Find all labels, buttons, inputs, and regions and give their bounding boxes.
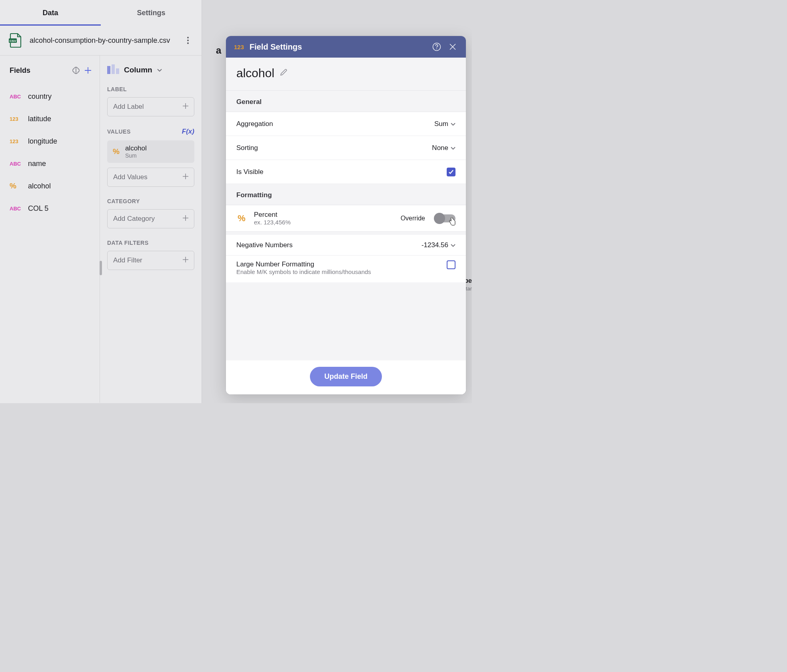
sorting-row[interactable]: Sorting None bbox=[226, 136, 466, 160]
svg-point-2 bbox=[187, 37, 189, 38]
override-toggle[interactable] bbox=[435, 214, 455, 222]
tab-data-label: Data bbox=[42, 9, 58, 17]
close-icon[interactable] bbox=[447, 42, 458, 52]
format-name: Percent bbox=[254, 211, 394, 219]
datasource-row: CSV alcohol-consumption-by-country-sampl… bbox=[0, 26, 202, 56]
value-chip-agg: Sum bbox=[125, 152, 147, 159]
datasource-name: alcohol-consumption-by-country-sample.cs… bbox=[30, 36, 176, 45]
format-example: ex. 123,456% bbox=[254, 219, 394, 226]
plus-icon bbox=[182, 173, 189, 182]
sorting-label: Sorting bbox=[236, 144, 432, 152]
negative-value-text: -1234.56 bbox=[421, 241, 448, 249]
field-item-longitude[interactable]: 123 longitude bbox=[10, 130, 100, 152]
csv-file-icon: CSV bbox=[9, 33, 22, 48]
formatting-group-title: Formatting bbox=[226, 184, 466, 205]
values-section-title: VALUES bbox=[107, 128, 131, 135]
negative-label: Negative Numbers bbox=[236, 241, 421, 249]
modal-spacer bbox=[226, 282, 466, 360]
negative-value[interactable]: -1234.56 bbox=[421, 241, 455, 249]
edit-name-button[interactable] bbox=[279, 68, 290, 78]
plus-icon bbox=[182, 102, 189, 112]
svg-rect-7 bbox=[116, 68, 119, 74]
field-name: country bbox=[28, 92, 52, 101]
obscured-title: a bbox=[216, 45, 221, 56]
large-number-sub: Enable M/K symbols to indicate millions/… bbox=[236, 268, 439, 275]
field-settings-modal: 123 Field Settings alcohol General Aggre… bbox=[226, 36, 466, 394]
sorting-value-text: None bbox=[432, 144, 448, 152]
category-section-title: CATEGORY bbox=[107, 198, 194, 204]
svg-point-9 bbox=[436, 48, 437, 49]
field-name-row: alcohol bbox=[226, 58, 466, 91]
values-drop-slot[interactable]: Add Values bbox=[107, 168, 194, 187]
help-icon[interactable] bbox=[431, 42, 442, 52]
fields-title: Fields bbox=[10, 66, 70, 75]
tab-data[interactable]: Data bbox=[0, 0, 101, 26]
add-field-button[interactable] bbox=[82, 64, 94, 76]
fx-button[interactable]: F(x) bbox=[182, 128, 194, 136]
modal-footer: Update Field bbox=[226, 360, 466, 394]
large-number-checkbox[interactable] bbox=[447, 260, 455, 269]
text-type-icon: ABC bbox=[10, 161, 22, 167]
number-type-icon: 123 bbox=[10, 138, 22, 144]
chart-type-label: Column bbox=[124, 66, 152, 74]
field-name: latitude bbox=[28, 115, 51, 123]
chevron-down-icon bbox=[451, 144, 455, 152]
field-type-tag: 123 bbox=[234, 44, 244, 50]
brain-icon[interactable] bbox=[70, 64, 82, 76]
label-drop-slot[interactable]: Add Label bbox=[107, 97, 194, 116]
aggregation-value[interactable]: Sum bbox=[434, 120, 455, 128]
obscured-text: tar bbox=[466, 286, 472, 292]
sorting-value[interactable]: None bbox=[432, 144, 455, 152]
category-placeholder: Add Category bbox=[113, 215, 155, 223]
fields-column: Fields ABC country 123 latitude 123 bbox=[0, 56, 100, 403]
update-button-label: Update Field bbox=[324, 372, 368, 380]
field-item-latitude[interactable]: 123 latitude bbox=[10, 108, 100, 130]
override-label: Override bbox=[401, 215, 425, 222]
value-chip-alcohol[interactable]: % alcohol Sum bbox=[107, 140, 194, 163]
large-number-title: Large Number Formatting bbox=[236, 260, 439, 268]
category-drop-slot[interactable]: Add Category bbox=[107, 209, 194, 228]
text-type-icon: ABC bbox=[10, 94, 22, 100]
tab-settings-label: Settings bbox=[137, 9, 165, 17]
field-item-col5[interactable]: ABC COL 5 bbox=[10, 197, 100, 220]
filters-placeholder: Add Filter bbox=[113, 256, 142, 264]
field-item-name[interactable]: ABC name bbox=[10, 152, 100, 175]
update-field-button[interactable]: Update Field bbox=[310, 367, 382, 386]
percent-type-icon: % bbox=[10, 182, 22, 190]
field-item-alcohol[interactable]: % alcohol bbox=[10, 175, 100, 197]
chevron-down-icon bbox=[451, 120, 455, 128]
filters-section-title: DATA FILTERS bbox=[107, 240, 194, 246]
column-chart-icon bbox=[107, 64, 119, 76]
chart-type-selector[interactable]: Column bbox=[107, 64, 194, 76]
text-type-icon: ABC bbox=[10, 206, 22, 212]
aggregation-value-text: Sum bbox=[434, 120, 448, 128]
left-panel: Data Settings CSV alcohol-consumption-by… bbox=[0, 0, 202, 403]
chevron-down-icon bbox=[451, 241, 455, 249]
large-number-row: Large Number Formatting Enable M/K symbo… bbox=[226, 256, 466, 282]
svg-point-3 bbox=[187, 40, 189, 41]
modal-title: Field Settings bbox=[250, 42, 426, 52]
scrollbar-thumb[interactable] bbox=[100, 261, 102, 275]
field-item-country[interactable]: ABC country bbox=[10, 85, 100, 108]
modal-header: 123 Field Settings bbox=[226, 36, 466, 58]
svg-rect-6 bbox=[112, 64, 115, 74]
format-type-row: % Percent ex. 123,456% Override bbox=[226, 205, 466, 232]
number-type-icon: 123 bbox=[10, 116, 22, 122]
percent-type-icon: % bbox=[113, 147, 120, 156]
visible-checkbox[interactable] bbox=[447, 168, 455, 176]
plus-icon bbox=[182, 214, 189, 224]
tab-settings[interactable]: Settings bbox=[101, 0, 202, 26]
label-placeholder: Add Label bbox=[113, 103, 144, 111]
config-column: Column LABEL Add Label VALUES F(x) % alc… bbox=[100, 56, 202, 403]
svg-text:CSV: CSV bbox=[10, 39, 16, 43]
negative-numbers-row[interactable]: Negative Numbers -1234.56 bbox=[226, 232, 466, 256]
filters-drop-slot[interactable]: Add Filter bbox=[107, 251, 194, 270]
field-name: alcohol bbox=[236, 66, 274, 80]
panel-tabs: Data Settings bbox=[0, 0, 202, 26]
aggregation-row[interactable]: Aggregation Sum bbox=[226, 112, 466, 136]
svg-point-4 bbox=[187, 42, 189, 44]
datasource-menu-button[interactable] bbox=[183, 36, 193, 45]
visible-row: Is Visible bbox=[226, 160, 466, 184]
value-chip-name: alcohol bbox=[125, 144, 147, 152]
visible-label: Is Visible bbox=[236, 168, 447, 176]
